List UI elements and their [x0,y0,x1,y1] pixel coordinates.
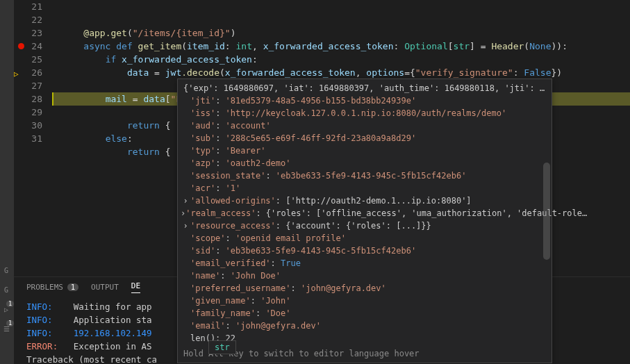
hover-row[interactable]: ›'realm_access': {'roles': ['offline_acc… [178,207,546,220]
activity-bar: G G ▷1 ☰1 [0,0,14,364]
hover-row[interactable]: ›'resource_access': {'account': {'roles'… [178,220,546,232]
badge: 1 [6,320,14,326]
hover-row[interactable]: 'name': 'John Doe' [178,270,546,282]
hover-row[interactable]: 'given_name': 'John' [178,295,546,307]
chevron-right-icon[interactable]: › [181,195,190,207]
debug-hover-popup[interactable]: {'exp': 1649880697, 'iat': 1649880397, '… [177,78,552,363]
hover-row[interactable]: 'typ': 'Bearer' [178,144,546,157]
hover-row[interactable]: 'aud': 'account' [178,119,546,132]
breakpoint-icon[interactable] [18,43,24,49]
badge: 1 [6,301,14,307]
line-number-gutter: 21 22 23 24 25 ▷26 27 28 29 30 31 [14,0,52,276]
tab-output[interactable]: OUTPUT [91,281,119,293]
hover-row[interactable]: 'session_state': 'eb3be633-5fe9-4143-945… [178,169,546,182]
chevron-right-icon[interactable]: › [181,220,190,232]
activity-item[interactable]: ▷1 [0,303,13,315]
hover-row[interactable]: 'preferred_username': 'john@gefyra.dev' [178,282,546,295]
activity-item[interactable]: ☰1 [0,322,13,335]
activity-item[interactable]: G [0,283,13,296]
hover-row[interactable]: 'acr': '1' [178,182,546,195]
hover-row[interactable]: 'iss': 'http://keycloak.127.0.0.1.nip.io… [178,107,546,119]
type-tooltip: str [208,340,236,354]
hover-row[interactable]: 'family_name': 'Doe' [178,307,546,320]
scrollbar[interactable] [543,163,550,260]
problems-count-badge: 1 [67,283,78,291]
chevron-right-icon[interactable]: › [181,207,185,220]
hover-row[interactable]: 'email_verified': True [178,257,546,270]
activity-item[interactable]: G [0,264,13,276]
hover-row[interactable]: 'sub': '288c5e65-e69f-46ff-92fd-23a80a9a… [178,132,546,144]
tab-debug-console[interactable]: DE [131,281,140,293]
hover-row[interactable]: ›'allowed-origins': ['http://oauth2-demo… [178,195,546,207]
hover-row[interactable]: 'azp': 'oauth2-demo' [178,157,546,169]
tab-problems[interactable]: PROBLEMS 1 [26,281,78,293]
hover-row[interactable]: 'jti': '81ed5379-48a5-4956-b155-bd38bb24… [178,94,546,107]
hover-header: {'exp': 1649880697, 'iat': 1649880397, '… [178,82,546,94]
hover-row[interactable]: 'sid': 'eb3be633-5fe9-4143-945c-5fb15cf4… [178,245,546,257]
hover-row[interactable]: 'email': 'john@gefyra.dev' [178,320,546,332]
hover-row[interactable]: 'scope': 'openid email profile' [178,232,546,245]
